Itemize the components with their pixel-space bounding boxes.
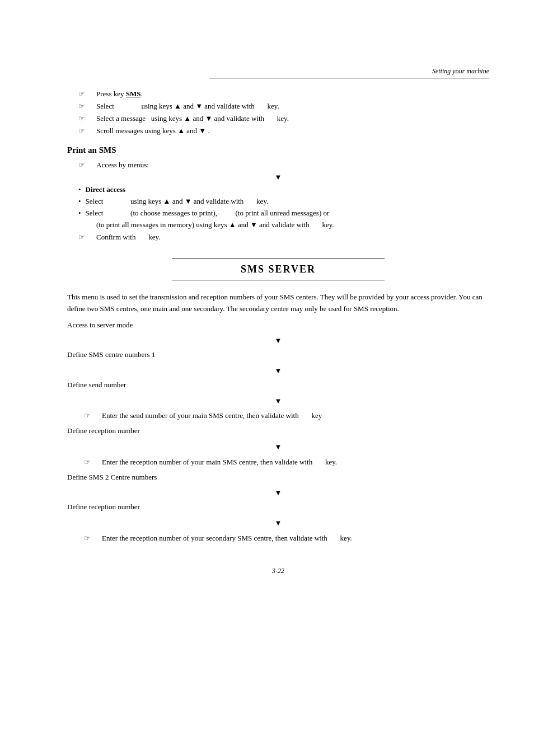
bullet-select-2: • Select (to choose messages to print), …: [67, 209, 489, 218]
down-arrow-icon-3: ▼: [275, 367, 282, 375]
arrow-down-1: ▼: [67, 173, 489, 182]
bullet-select-text-2: Select (to choose messages to print), (t…: [86, 209, 330, 218]
access-by-menus: Access by menus:: [67, 161, 489, 170]
hand-icon-9: [84, 533, 97, 544]
page-header: Setting your machine: [209, 67, 489, 78]
sms-server-description: This menu is used to set the transmissio…: [67, 292, 489, 315]
confirm-text: Confirm with key.: [96, 233, 160, 242]
hand-icon-7: [84, 410, 97, 422]
bullet-select-text-1: Select using keys ▲ and ▼ and validate w…: [86, 197, 269, 206]
enter-reception-number-note-2: Enter the reception number of your secon…: [84, 533, 489, 544]
arrow-down-4: ▼: [67, 396, 489, 407]
hand-icon-2: [78, 102, 92, 111]
instruction-select-1: Select using keys ▲ and ▼ and validate w…: [67, 102, 489, 111]
define-sms-centre-1: Define SMS centre numbers 1: [67, 349, 489, 361]
confirm-note: Confirm with key.: [67, 233, 489, 242]
select-message-text: Select a message using keys ▲ and ▼ and …: [96, 114, 289, 123]
define-send-number: Define send number: [67, 379, 489, 391]
sms-server-title: SMS Server: [67, 264, 489, 275]
down-arrow-icon-2: ▼: [275, 336, 282, 345]
down-arrow-icon-7: ▼: [275, 519, 282, 527]
scroll-text: Scroll messages using keys ▲ and ▼ .: [96, 126, 210, 135]
enter-reception-number-text-2: Enter the reception number of your secon…: [102, 533, 352, 544]
arrow-down-6: ▼: [67, 487, 489, 499]
down-arrow-icon-4: ▼: [275, 397, 282, 405]
instruction-select-message: Select a message using keys ▲ and ▼ and …: [67, 114, 489, 123]
define-sms-2-centre: Define SMS 2 Centre numbers: [67, 472, 489, 483]
instruction-press-sms: Press key SMS.: [67, 90, 489, 98]
enter-reception-number-note-1: Enter the reception number of your main …: [84, 457, 489, 468]
bullet-select-1: • Select using keys ▲ and ▼ and validate…: [67, 197, 489, 206]
bullet-select-text-2b: (to print all messages in memory) using …: [96, 220, 334, 229]
page: Setting your machine Press key SMS. Sele…: [0, 0, 534, 756]
bullet-icon-3: •: [78, 209, 81, 218]
direct-access-item: • Direct access: [67, 185, 489, 194]
sms-key: SMS: [126, 90, 141, 98]
divider-top: [172, 259, 385, 259]
hand-icon-8: [84, 457, 97, 468]
hand-icon-4: [78, 126, 92, 135]
hand-icon-6: [78, 233, 92, 242]
sms-server-header: SMS Server: [67, 259, 489, 280]
access-menus-text: Access by menus:: [96, 161, 149, 170]
print-sms-title: Print an SMS: [67, 145, 489, 155]
arrow-down-3: ▼: [67, 365, 489, 377]
down-arrow-icon-1: ▼: [275, 173, 282, 181]
divider-bottom: [172, 280, 385, 280]
direct-access-label: Direct access: [86, 185, 126, 194]
instruction-scroll: Scroll messages using keys ▲ and ▼ .: [67, 126, 489, 135]
hand-icon-3: [78, 114, 92, 123]
sms-server-body: This menu is used to set the transmissio…: [67, 292, 489, 544]
select-text-1: Select using keys ▲ and ▼ and validate w…: [96, 102, 279, 111]
enter-reception-number-text-1: Enter the reception number of your main …: [102, 457, 337, 468]
page-number: 3-22: [67, 567, 489, 575]
down-arrow-icon-6: ▼: [275, 489, 282, 497]
arrow-down-7: ▼: [67, 518, 489, 529]
page-number-text: 3-22: [272, 567, 284, 575]
arrow-down-5: ▼: [67, 442, 489, 453]
bullet-icon-1: •: [78, 185, 81, 194]
define-reception-number-1: Define reception number: [67, 425, 489, 437]
bullet-select-2-wrap: (to print all messages in memory) using …: [67, 220, 489, 229]
access-server-mode: Access to server mode: [67, 320, 489, 331]
enter-send-number-text: Enter the send number of your main SMS c…: [102, 410, 322, 422]
arrow-down-2: ▼: [67, 335, 489, 347]
enter-send-number-note: Enter the send number of your main SMS c…: [84, 410, 489, 422]
down-arrow-icon-5: ▼: [275, 443, 282, 451]
hand-icon-1: [78, 90, 92, 98]
define-reception-number-2: Define reception number: [67, 501, 489, 513]
press-sms-text: Press key SMS.: [96, 90, 143, 98]
bullet-icon-2: •: [78, 197, 81, 206]
hand-icon-5: [78, 161, 92, 170]
content-area: Press key SMS. Select using keys ▲ and ▼…: [67, 90, 489, 575]
header-text: Setting your machine: [432, 67, 489, 75]
